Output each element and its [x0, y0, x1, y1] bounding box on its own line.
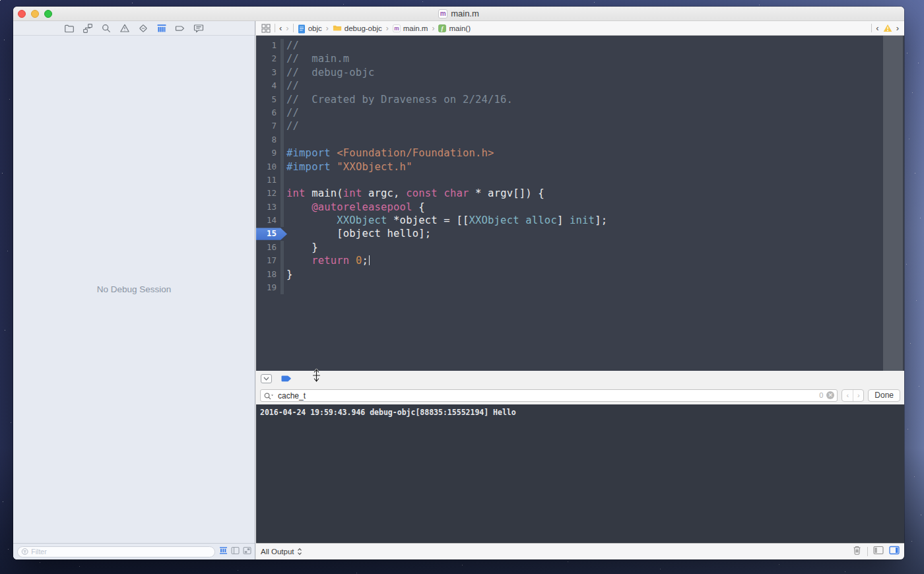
test-navigator-icon[interactable] — [138, 22, 149, 34]
code-text[interactable]: // — [284, 79, 299, 92]
line-number[interactable]: 14 — [256, 214, 280, 227]
project-navigator-icon[interactable] — [64, 22, 75, 34]
code-text[interactable]: #import <Foundation/Foundation.h> — [284, 146, 494, 160]
editor-scrollbar[interactable] — [883, 36, 903, 371]
output-filter-dropdown[interactable]: All Output — [261, 548, 302, 556]
line-number[interactable]: 17 — [256, 254, 280, 267]
match-count: 0 — [819, 391, 823, 399]
breakpoint-navigator-icon[interactable] — [175, 22, 186, 34]
folder-icon — [333, 24, 342, 33]
issue-navigator-icon[interactable] — [119, 22, 131, 34]
view-process-by-ui-icon[interactable] — [243, 546, 251, 558]
code-line: 5// Created by Draveness on 2/24/16. — [256, 93, 904, 106]
find-previous-button[interactable]: ‹ — [842, 390, 853, 401]
line-number[interactable]: 1 — [256, 39, 280, 52]
symbol-navigator-icon[interactable] — [82, 22, 94, 34]
line-number[interactable]: 3 — [256, 66, 280, 79]
breadcrumb-project[interactable]: objc — [298, 24, 322, 32]
resize-cursor — [312, 368, 321, 385]
navigator-filter-bar — [13, 543, 255, 559]
line-number[interactable]: 16 — [256, 241, 280, 254]
related-items-icon[interactable] — [261, 24, 271, 33]
divider — [293, 24, 294, 32]
show-console-view-icon[interactable] — [889, 546, 900, 558]
code-text[interactable]: // — [284, 39, 299, 52]
show-variables-view-icon[interactable] — [873, 546, 884, 558]
xcode-window: m main.m — [13, 7, 904, 559]
jump-bar: ‹ › objc › debug-objc › m main.m › — [256, 21, 904, 36]
debug-navigator-icon[interactable] — [156, 22, 168, 34]
code-text[interactable] — [284, 133, 286, 146]
line-number[interactable]: 7 — [256, 119, 280, 133]
previous-issue-button[interactable]: ‹ — [876, 23, 878, 33]
console-filter-input[interactable] — [260, 389, 838, 402]
code-line: 11 — [256, 174, 904, 187]
navigator-filter-field[interactable] — [17, 546, 215, 558]
code-text[interactable]: XXObject *object = [[XXObject alloc] ini… — [284, 214, 607, 227]
source-editor[interactable]: 1//2// main.m3// debug-objc4//5// Create… — [256, 36, 904, 371]
line-number[interactable]: 9 — [256, 146, 280, 160]
line-number[interactable]: 2 — [256, 52, 280, 65]
activate-breakpoints-button[interactable] — [280, 375, 292, 383]
line-number[interactable]: 6 — [256, 106, 280, 119]
function-icon: f — [438, 24, 446, 32]
line-number[interactable]: 11 — [256, 174, 280, 187]
minimize-button[interactable] — [31, 10, 39, 18]
code-text[interactable]: #import "XXObject.h" — [284, 160, 412, 174]
code-text[interactable]: // Created by Draveness on 2/24/16. — [284, 93, 513, 106]
breadcrumb-file[interactable]: m main.m — [393, 24, 428, 32]
code-text[interactable]: } — [284, 268, 293, 281]
find-next-button[interactable]: › — [853, 390, 863, 401]
line-number[interactable]: 19 — [256, 281, 280, 294]
code-text[interactable]: // main.m — [284, 52, 349, 65]
search-icon[interactable] — [263, 391, 274, 403]
next-issue-button[interactable]: › — [896, 23, 899, 33]
chevron-down-icon — [263, 377, 269, 381]
code-line: 13 @autoreleasepool { — [256, 201, 904, 214]
code-text[interactable]: return 0; — [284, 254, 370, 267]
line-number[interactable]: 8 — [256, 133, 280, 146]
breadcrumb-group[interactable]: debug-objc — [333, 24, 382, 33]
console-output[interactable]: 2016-04-24 19:59:43.946 debug-objc[88835… — [256, 404, 904, 543]
breakpoint-marker[interactable]: 15 — [256, 227, 280, 240]
line-number[interactable]: 13 — [256, 201, 280, 214]
text-cursor — [369, 255, 370, 265]
code-text[interactable]: // — [284, 119, 299, 133]
report-navigator-icon[interactable] — [193, 22, 205, 34]
line-number[interactable]: 12 — [256, 187, 280, 200]
code-text[interactable]: // debug-objc — [284, 66, 374, 79]
objc-file-icon: m — [393, 24, 401, 32]
code-line: 8 — [256, 133, 904, 146]
code-text[interactable]: int main(int argc, const char * argv[]) … — [284, 187, 544, 200]
code-text[interactable] — [284, 281, 286, 294]
code-text[interactable]: // — [284, 106, 299, 119]
code-text[interactable]: [object hello]; — [284, 227, 431, 240]
line-number[interactable]: 10 — [256, 160, 280, 174]
line-number[interactable]: 4 — [256, 79, 280, 92]
view-process-by-queue-icon[interactable] — [219, 546, 228, 558]
navigator-filter-input[interactable] — [31, 548, 211, 556]
done-button[interactable]: Done — [868, 389, 900, 402]
code-text[interactable]: } — [284, 241, 318, 254]
console-log-line: 2016-04-24 19:59:43.946 debug-objc[88835… — [256, 404, 904, 420]
line-number[interactable]: 18 — [256, 268, 280, 281]
go-forward-button[interactable]: › — [286, 23, 288, 33]
clear-console-icon[interactable] — [852, 545, 862, 558]
window-titlebar[interactable]: m main.m — [13, 7, 904, 21]
console-bottom-bar: All Output — [256, 543, 904, 559]
breadcrumb-symbol[interactable]: f main() — [438, 24, 471, 32]
console-search-field[interactable]: 0 ✕ — [260, 389, 838, 402]
code-text[interactable]: @autoreleasepool { — [284, 201, 425, 214]
breadcrumb-separator: › — [326, 24, 329, 33]
warning-icon[interactable] — [883, 24, 892, 33]
line-number[interactable]: 5 — [256, 93, 280, 106]
view-process-by-thread-icon[interactable] — [231, 546, 240, 558]
close-button[interactable] — [18, 10, 26, 18]
hide-debug-area-button[interactable] — [261, 374, 272, 383]
find-navigator-icon[interactable] — [101, 22, 112, 34]
window-title: main.m — [451, 9, 479, 18]
go-back-button[interactable]: ‹ — [279, 23, 282, 33]
zoom-button[interactable] — [44, 10, 52, 18]
code-line: 12int main(int argc, const char * argv[]… — [256, 187, 904, 200]
code-text[interactable] — [284, 174, 286, 187]
